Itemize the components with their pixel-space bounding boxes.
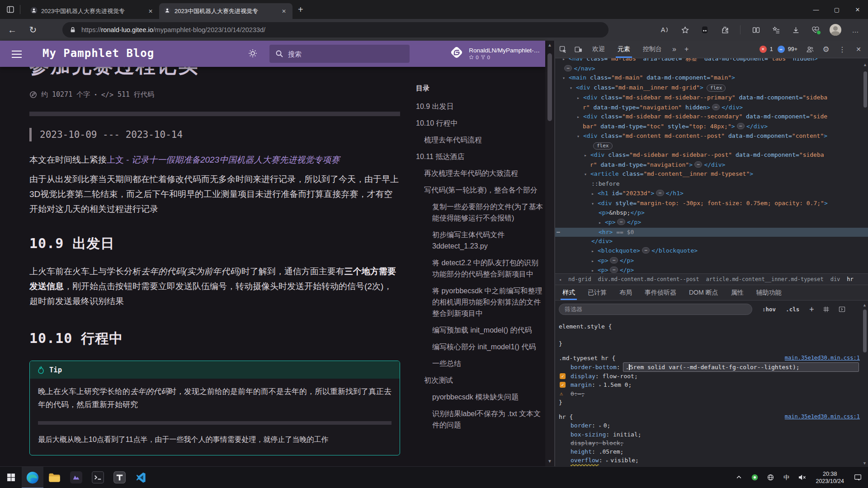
previous-post-link[interactable]: 上文 - 记录十一假期准备2023中国机器人大赛先进视觉专项赛 <box>107 155 340 164</box>
devtools-tree-row[interactable]: ::before <box>555 179 868 189</box>
sidebar-toggle-icon[interactable] <box>839 306 845 313</box>
tray-chevron-icon[interactable] <box>733 470 745 485</box>
toc-item[interactable]: 10.11 抵达酒店 <box>416 151 545 162</box>
search-box[interactable] <box>269 45 410 63</box>
toc-item[interactable]: 编写预加载 init_model() 的代码 <box>416 324 545 336</box>
taskbar-vscode-icon[interactable] <box>130 467 152 488</box>
toc-item[interactable]: 将 detect2.2 中的队友打包的识别功能部分的代码整合到新项目中 <box>416 257 545 280</box>
expand-dots-icon[interactable]: ⋯ <box>610 267 618 273</box>
styles-tab[interactable]: DOM 断点 <box>684 285 724 300</box>
toc-item[interactable]: 10.10 行程中 <box>416 117 545 129</box>
read-aloud-icon[interactable]: A <box>655 21 675 38</box>
toc-item[interactable]: pyorbbecsdk 模块缺失问题 <box>416 391 545 403</box>
devtools-tree-row[interactable]: bar" data-md-type="toc" style="top: 48px… <box>555 122 868 131</box>
styles-tab[interactable]: 事件侦听器 <box>639 285 682 300</box>
devtools-tree-row[interactable]: ▸<blockquote>⋯</blockquote> <box>555 246 868 256</box>
repo-info[interactable]: RonaldLN/MyPamphlet-… 0 0 <box>449 45 540 62</box>
taskbar-terminal-icon[interactable] <box>87 467 108 488</box>
devtools-tree-row[interactable]: </div> <box>555 237 868 246</box>
error-count[interactable]: 1 <box>770 46 773 52</box>
devtools-tree-row[interactable]: ⋯<hr> == $0 <box>555 228 868 237</box>
css-declaration[interactable]: ⚠0:–; <box>559 389 861 398</box>
expand-dots-icon[interactable]: ⋯ <box>642 247 650 253</box>
declaration-checkbox[interactable] <box>560 382 566 388</box>
computed-grid-icon[interactable] <box>823 306 830 313</box>
device-toolbar-icon[interactable] <box>571 41 586 58</box>
taskbar-edge-icon[interactable] <box>22 467 43 488</box>
hover-state-button[interactable]: :hov <box>762 306 776 313</box>
browser-essentials-icon[interactable] <box>806 21 826 38</box>
css-declaration[interactable]: margin: 1.5em 0; <box>559 380 861 389</box>
devtools-tree-row[interactable]: ▾<article class="md-content__inner md-ty… <box>555 169 868 179</box>
devtools-tree-row[interactable]: ▸<div class="md-sidebar md-sidebar--post… <box>555 150 868 160</box>
styles-tab[interactable]: 属性 <box>726 285 749 300</box>
devtools-settings-icon[interactable]: ⚙ <box>818 41 834 58</box>
toc-item[interactable]: 写代码(第一轮比赛)，整合各个部分 <box>416 184 545 196</box>
favorite-star-icon[interactable] <box>675 21 695 38</box>
new-tab-button[interactable]: + <box>298 5 303 15</box>
flex-badge[interactable]: flex <box>707 84 726 92</box>
theme-toggle-icon[interactable] <box>248 48 258 60</box>
devtools-tree-row[interactable]: ⋯</nav> <box>555 64 868 74</box>
devtools-kebab-icon[interactable]: ⋮ <box>835 41 850 58</box>
expand-dots-icon[interactable]: ⋯ <box>656 190 664 196</box>
devtools-tab-elements[interactable]: 元素 <box>611 41 637 58</box>
browser-tab-1[interactable]: 2023中国机器人大赛先进视觉专 ✕ <box>26 3 159 19</box>
devtools-tree-row[interactable]: r" data-md-type="navigation">⋯</div> <box>555 160 868 170</box>
stylesheet-link[interactable]: main.35e1ed30.min.css:1 <box>785 413 860 421</box>
breadcrumb-scroll-icon[interactable]: ◂ <box>559 277 561 282</box>
expand-dots-icon[interactable]: ⋯ <box>610 257 618 263</box>
tab-close-icon[interactable]: ✕ <box>280 8 288 14</box>
devtools-close-icon[interactable]: ✕ <box>851 41 866 58</box>
tray-ime-indicator[interactable]: 中 <box>780 470 792 485</box>
css-declaration[interactable]: overflow: visible; <box>559 456 861 465</box>
error-badge-icon[interactable]: ✕ <box>760 46 767 53</box>
css-selector[interactable]: .md-typeset hr { <box>559 355 615 361</box>
site-title[interactable]: My Pamphlet Blog <box>42 47 154 60</box>
devtools-tree-row[interactable]: flex <box>555 141 868 150</box>
profile-avatar[interactable] <box>826 21 845 38</box>
add-panel-icon[interactable]: + <box>680 45 693 53</box>
scrollbar-thumb[interactable] <box>547 53 552 121</box>
back-button[interactable]: ← <box>4 21 21 38</box>
search-input[interactable] <box>288 50 387 58</box>
taskbar-app-icon[interactable] <box>65 467 87 488</box>
styles-filter-input[interactable] <box>559 304 752 315</box>
devtools-tree-row[interactable]: ▾<div class="md-main__inner md-grid">fle… <box>555 83 868 93</box>
toc-item[interactable]: 再次梳理去年代码的大致流程 <box>416 168 545 179</box>
devtools-tree-row[interactable]: <p>&nbsp;</p> <box>555 208 868 218</box>
lock-icon[interactable] <box>70 27 76 33</box>
devtools-tree-row[interactable]: ▸<p>⋯</p> <box>555 218 868 228</box>
toc-item[interactable]: 梳理去年代码流程 <box>416 134 545 145</box>
devtools-tab-welcome[interactable]: 欢迎 <box>586 41 611 58</box>
toc-item[interactable]: 编写核心部分 init_model1() 代码 <box>416 341 545 352</box>
toc-item[interactable]: 将 pyorbbecsdk 中之前编写和整理的相机调用功能和分割算法的文件整合到… <box>416 285 545 319</box>
downloads-icon[interactable] <box>786 21 806 38</box>
breadcrumb-item[interactable]: nd-grid <box>568 276 591 282</box>
devtools-tree-row[interactable]: ▸<p>⋯</p> <box>555 256 868 266</box>
stylesheet-link[interactable]: main.35e1ed30.min.css:1 <box>785 354 860 362</box>
breadcrumb-item[interactable]: div.md-content.md-content--post <box>598 276 699 282</box>
devtools-tab-console[interactable]: 控制台 <box>637 41 668 58</box>
inspect-element-icon[interactable] <box>555 41 571 58</box>
breadcrumb-item[interactable]: div <box>830 276 840 282</box>
devtools-tree-row[interactable]: ▾<div style="margin-top: -30px; font-siz… <box>555 199 868 209</box>
devtools-tree-row[interactable]: ▸<div class="md-sidebar md-sidebar--seco… <box>555 112 868 122</box>
devtools-tree-row[interactable]: r" data-md-type="navigation" hidden>⋯</d… <box>555 103 868 113</box>
notification-center-icon[interactable] <box>852 470 863 485</box>
expand-dots-icon[interactable]: ⋯ <box>712 104 720 110</box>
css-declaration[interactable]: display: flow-root; <box>559 372 861 380</box>
tab-close-icon[interactable]: ✕ <box>146 8 155 14</box>
styles-tab[interactable]: 样式 <box>557 285 580 300</box>
toc-item[interactable]: 初步编写主体代码文件 3ddetect_1.23.py <box>416 229 545 252</box>
expand-dots-icon[interactable]: ⋯ <box>737 123 745 129</box>
styles-tab[interactable]: 布局 <box>614 285 637 300</box>
css-declaration[interactable]: border: 0; <box>559 421 861 430</box>
collections-icon[interactable] <box>766 21 786 38</box>
expand-dots-icon[interactable]: ⋯ <box>617 219 625 225</box>
extensions-puzzle-icon[interactable] <box>715 21 735 38</box>
declaration-checkbox[interactable] <box>560 373 566 379</box>
toc-item[interactable]: 复制一些必要部分的文件(为了基本能使得能够运行不会报错) <box>416 201 545 224</box>
window-maximize-button[interactable]: ▢ <box>826 0 847 19</box>
address-bar[interactable]: https://ronald-luo.gitee.io/mypamphlet-b… <box>62 22 609 38</box>
